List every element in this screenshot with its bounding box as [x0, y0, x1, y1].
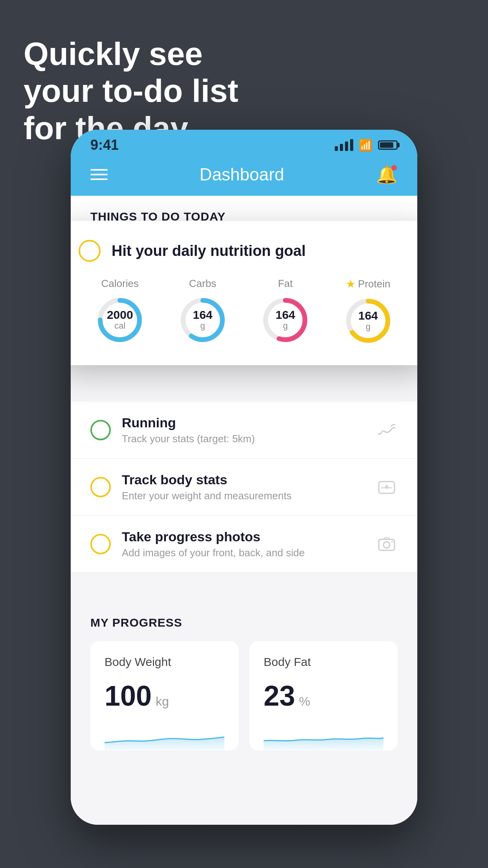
phone-frame: 9:41 📶 Dashboard 🔔 — [71, 130, 417, 845]
body-weight-title: Body Weight — [105, 655, 224, 669]
progress-photos-title: Take progress photos — [122, 529, 365, 544]
protein-label: ★Protein — [346, 278, 390, 291]
status-icons: 📶 — [335, 139, 398, 152]
running-text: Running Track your stats (target: 5km) — [122, 415, 365, 445]
body-fat-card[interactable]: Body Fat 23 % — [250, 641, 398, 750]
body-weight-chart — [105, 723, 224, 750]
body-fat-unit: % — [299, 694, 310, 709]
protein-donut: 164 g — [343, 295, 394, 346]
carbs-label: Carbs — [189, 278, 216, 290]
task-checkbox[interactable] — [79, 240, 101, 262]
task-running[interactable]: Running Track your stats (target: 5km) — [71, 402, 417, 459]
body-weight-unit: kg — [156, 694, 169, 709]
star-icon: ★ — [346, 278, 356, 291]
task-progress-photos[interactable]: Take progress photos Add images of your … — [71, 516, 417, 573]
body-stats-subtitle: Enter your weight and measurements — [122, 490, 365, 502]
scale-icon — [376, 476, 398, 498]
nav-bar: Dashboard 🔔 — [71, 157, 417, 196]
protein-value: 164 g — [358, 310, 378, 332]
status-time: 9:41 — [90, 137, 119, 153]
body-fat-title: Body Fat — [264, 655, 383, 669]
protein-item: ★Protein 164 g — [343, 278, 394, 346]
running-title: Running — [122, 415, 365, 430]
calories-donut: 2000 cal — [94, 294, 145, 346]
fat-value: 164 g — [275, 309, 295, 331]
phone-screen: 9:41 📶 Dashboard 🔔 — [71, 130, 417, 825]
body-stats-title: Track body stats — [122, 472, 365, 487]
progress-section: MY PROGRESS Body Weight 100 kg — [71, 596, 417, 770]
nutrition-card-title: Hit your daily nutrition goal — [112, 243, 306, 259]
fat-label: Fat — [278, 278, 293, 290]
nav-title: Dashboard — [200, 165, 284, 184]
fat-item: Fat 164 g — [260, 278, 311, 346]
calories-item: Calories 2000 cal — [94, 278, 145, 346]
signal-icon — [335, 139, 353, 151]
task-body-stats[interactable]: Track body stats Enter your weight and m… — [71, 459, 417, 516]
fat-donut: 164 g — [260, 294, 311, 346]
body-weight-number: 100 — [105, 680, 152, 712]
body-weight-value: 100 kg — [105, 680, 224, 712]
body-stats-text: Track body stats Enter your weight and m… — [122, 472, 365, 502]
main-content: THINGS TO DO TODAY Hit your daily nutrit… — [71, 196, 417, 825]
running-subtitle: Track your stats (target: 5km) — [122, 433, 365, 445]
body-fat-value: 23 % — [264, 680, 383, 712]
nutrition-circles: Calories 2000 cal — [79, 278, 409, 346]
svg-point-11 — [383, 542, 390, 548]
task-list: Running Track your stats (target: 5km) — [71, 402, 417, 770]
status-bar: 9:41 📶 — [71, 130, 417, 157]
nutrition-card-header: Hit your daily nutrition goal — [79, 240, 409, 262]
svg-point-12 — [391, 541, 393, 542]
calories-value: 2000 cal — [107, 309, 133, 331]
progress-photos-subtitle: Add images of your front, back, and side — [122, 547, 365, 559]
headline-line2: your to-do list — [24, 73, 238, 108]
progress-photos-checkbox[interactable] — [90, 534, 111, 554]
body-weight-card[interactable]: Body Weight 100 kg — [90, 641, 238, 750]
notification-badge — [391, 165, 397, 171]
running-icon — [376, 419, 398, 441]
body-fat-chart — [264, 723, 383, 750]
progress-photos-text: Take progress photos Add images of your … — [122, 529, 365, 559]
carbs-donut: 164 g — [177, 294, 228, 346]
progress-header: MY PROGRESS — [90, 616, 398, 629]
carbs-item: Carbs 164 g — [177, 278, 228, 346]
carbs-value: 164 g — [193, 309, 213, 331]
nutrition-card: Hit your daily nutrition goal Calories — [71, 221, 417, 365]
body-stats-checkbox[interactable] — [90, 477, 111, 497]
list-spacer — [71, 573, 417, 596]
headline-line1: Quickly see — [24, 36, 203, 72]
wifi-icon: 📶 — [359, 139, 372, 152]
menu-button[interactable] — [90, 169, 108, 180]
notification-button[interactable]: 🔔 — [376, 164, 398, 185]
photo-icon — [376, 533, 398, 555]
body-fat-number: 23 — [264, 680, 295, 712]
running-checkbox[interactable] — [90, 420, 111, 440]
progress-cards-container: Body Weight 100 kg — [90, 641, 398, 750]
calories-label: Calories — [101, 278, 139, 290]
battery-icon — [378, 140, 398, 150]
card-anchor: Hit your daily nutrition goal Calories — [71, 233, 417, 323]
